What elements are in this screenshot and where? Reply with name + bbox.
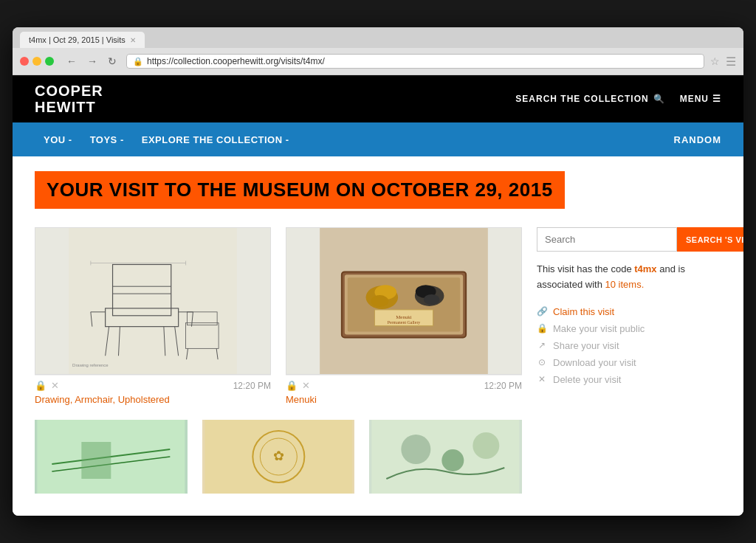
items-row-bottom: ✿	[35, 420, 522, 494]
back-button[interactable]: ←	[63, 54, 80, 69]
items-row-top: Drawing reference 🔒 ✕ 12:20 PM Drawin	[35, 227, 522, 405]
menuki-time: 12:20 PM	[484, 381, 522, 391]
thumb-image-3[interactable]	[369, 420, 522, 494]
lock-icon-3: 🔒	[537, 323, 547, 333]
search-row: SEARCH 'S VISIT	[537, 227, 721, 252]
armchair-icons: 🔒 ✕	[35, 380, 59, 391]
armchair-time: 12:20 PM	[233, 381, 271, 391]
share-label: Share your visit	[553, 340, 619, 351]
minimize-button[interactable]	[32, 57, 41, 66]
svg-text:Drawing reference: Drawing reference	[72, 363, 109, 367]
random-button[interactable]: RANDOM	[674, 134, 722, 145]
svg-point-43	[402, 435, 431, 464]
download-label: Download your visit	[553, 357, 636, 368]
remove-icon-2[interactable]: ✕	[302, 380, 310, 391]
tab-title: t4mx | Oct 29, 2015 | Visits	[29, 35, 126, 44]
menuki-meta: 🔒 ✕ 12:20 PM	[286, 375, 522, 394]
visit-info-prefix: This visit has the code	[537, 263, 634, 274]
menuki-icons: 🔒 ✕	[286, 380, 310, 391]
site-header: COOPER HEWITT SEARCH THE COLLECTION 🔍 ME…	[13, 75, 743, 122]
header-right: SEARCH THE COLLECTION 🔍 MENU ☰	[515, 94, 721, 104]
armchair-meta: 🔒 ✕ 12:20 PM	[35, 375, 271, 394]
nav-toys-label: TOYS -	[90, 134, 124, 145]
share-icon: ↗	[537, 340, 547, 350]
svg-text:✿: ✿	[273, 449, 284, 463]
action-make-public: 🔒 Make your visit public	[537, 320, 721, 337]
lock-icon-2: 🔒	[286, 380, 298, 391]
traffic-lights	[20, 57, 54, 66]
nav-item-toys[interactable]: TOYS -	[81, 124, 133, 156]
close-button[interactable]	[20, 57, 29, 66]
tab-close-button[interactable]: ✕	[130, 36, 136, 44]
visit-code: t4mx	[634, 263, 656, 274]
thumb-card-2: ✿	[202, 420, 355, 494]
blue-nav: YOU - TOYS - EXPLORE THE COLLECTION - RA…	[13, 122, 743, 156]
lock-icon: 🔒	[35, 380, 47, 391]
menuki-image[interactable]: Menuki Permanent Gallery	[286, 227, 522, 375]
settings-icon[interactable]: ☰	[726, 55, 736, 69]
search-collection-button[interactable]: SEARCH THE COLLECTION 🔍	[515, 94, 664, 104]
svg-point-44	[442, 449, 464, 471]
nav-explore-label: EXPLORE THE COLLECTION -	[142, 134, 289, 145]
action-delete: ✕ Delete your visit	[537, 371, 721, 388]
thumb-card-1	[35, 420, 188, 494]
svg-text:Menuki: Menuki	[396, 314, 412, 319]
https-icon: 🔒	[133, 57, 143, 66]
search-input[interactable]	[537, 227, 677, 252]
svg-rect-0	[69, 228, 237, 374]
visit-count: 10 items.	[605, 279, 645, 290]
tab-bar: t4mx | Oct 29, 2015 | Visits ✕	[13, 27, 743, 48]
search-collection-label: SEARCH THE COLLECTION	[515, 94, 648, 104]
logo[interactable]: COOPER HEWITT	[35, 83, 103, 115]
hamburger-icon: ☰	[712, 94, 721, 104]
nav-buttons: ← → ↻	[63, 54, 120, 69]
action-list: 🔗 Claim this visit 🔒 Make your visit pub…	[537, 303, 721, 388]
url-text: https://collection.cooperhewitt.org/visi…	[147, 56, 698, 66]
svg-text:Permanent Gallery: Permanent Gallery	[388, 320, 421, 325]
svg-point-30	[424, 294, 440, 305]
svg-point-45	[473, 432, 500, 459]
nav-left: YOU - TOYS - EXPLORE THE COLLECTION -	[35, 124, 298, 156]
refresh-button[interactable]: ↻	[104, 54, 120, 69]
delete-icon: ✕	[537, 374, 547, 384]
nav-you-label: YOU -	[44, 134, 72, 145]
action-download: ⊙ Download your visit	[537, 354, 721, 371]
delete-label: Delete your visit	[553, 374, 621, 385]
bookmark-icon[interactable]: ☆	[710, 55, 720, 67]
active-tab[interactable]: t4mx | Oct 29, 2015 | Visits ✕	[20, 32, 145, 48]
visit-info: This visit has the code t4mx and is asso…	[537, 262, 721, 293]
armchair-title[interactable]: Drawing, Armchair, Upholstered	[35, 394, 271, 405]
browser-chrome: ← → ↻ 🔒 https://collection.cooperhewitt.…	[13, 48, 743, 75]
armchair-image[interactable]: Drawing reference	[35, 227, 271, 375]
menu-button[interactable]: MENU ☰	[680, 94, 721, 104]
items-area: Drawing reference 🔒 ✕ 12:20 PM Drawin	[35, 227, 522, 494]
thumb-image-1[interactable]	[35, 420, 188, 494]
maximize-button[interactable]	[45, 57, 54, 66]
thumb-image-2[interactable]: ✿	[202, 420, 355, 494]
claim-label: Claim this visit	[553, 306, 614, 317]
download-icon: ⊙	[537, 357, 547, 367]
menuki-title[interactable]: Menuki	[286, 394, 522, 405]
site-content: COOPER HEWITT SEARCH THE COLLECTION 🔍 ME…	[13, 75, 743, 516]
make-public-label: Make your visit public	[553, 323, 645, 334]
content-grid: Drawing reference 🔒 ✕ 12:20 PM Drawin	[35, 227, 721, 494]
nav-item-you[interactable]: YOU -	[35, 124, 81, 156]
thumb-card-3	[369, 420, 522, 494]
svg-rect-37	[81, 442, 111, 479]
address-bar[interactable]: 🔒 https://collection.cooperhewitt.org/vi…	[126, 54, 704, 69]
svg-point-27	[371, 295, 388, 307]
forward-button[interactable]: →	[83, 54, 101, 69]
remove-icon[interactable]: ✕	[51, 380, 59, 391]
link-icon: 🔗	[537, 306, 547, 317]
main-content: YOUR VISIT TO THE MUSEUM ON OCTOBER 29, …	[13, 156, 743, 516]
logo-line1: COOPER	[35, 83, 103, 99]
action-claim[interactable]: 🔗 Claim this visit	[537, 303, 721, 320]
nav-item-explore[interactable]: EXPLORE THE COLLECTION -	[133, 124, 298, 156]
search-visit-button[interactable]: SEARCH 'S VISIT	[677, 227, 743, 252]
item-card-menuki: Menuki Permanent Gallery 🔒 ✕ 12:20 PM	[286, 227, 522, 405]
item-card-armchair: Drawing reference 🔒 ✕ 12:20 PM Drawin	[35, 227, 271, 405]
action-share: ↗ Share your visit	[537, 337, 721, 354]
search-icon: 🔍	[653, 94, 665, 104]
logo-line2: HEWITT	[35, 99, 103, 115]
menu-label: MENU	[680, 94, 709, 104]
